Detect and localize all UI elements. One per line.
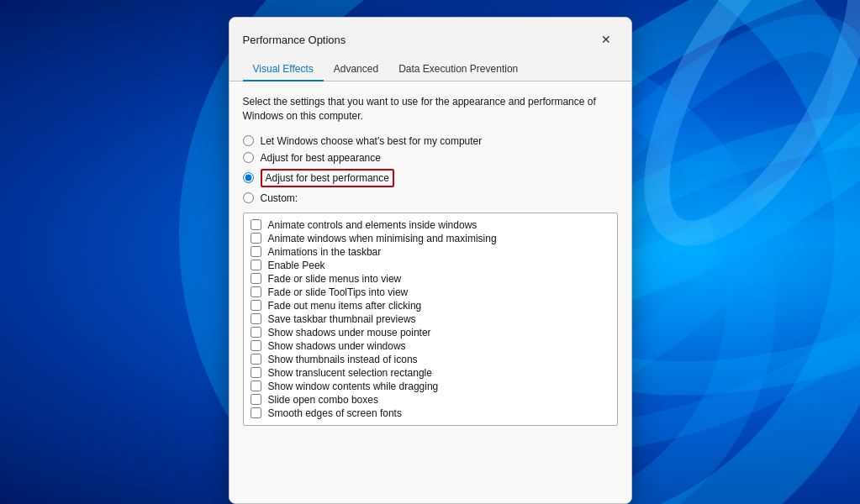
checkbox-cb10-input[interactable] bbox=[251, 340, 261, 351]
tab-advanced[interactable]: Advanced bbox=[324, 58, 388, 81]
checkbox-cb11-input[interactable] bbox=[251, 354, 261, 365]
radio-custom-label[interactable]: Custom: bbox=[261, 192, 298, 204]
dialog-tabs: Visual Effects Advanced Data Execution P… bbox=[230, 58, 631, 81]
checkbox-cb8-label[interactable]: Save taskbar thumbnail previews bbox=[268, 313, 416, 325]
checkbox-cb7-input[interactable] bbox=[251, 300, 261, 311]
radio-let-windows[interactable]: Let Windows choose what's best for my co… bbox=[243, 135, 618, 147]
checkbox-item[interactable]: Show shadows under windows bbox=[247, 339, 614, 353]
checkbox-cb8-input[interactable] bbox=[251, 313, 261, 324]
checkbox-cb2-label[interactable]: Animate windows when minimising and maxi… bbox=[268, 233, 497, 244]
checkbox-item[interactable]: Show translucent selection rectangle bbox=[247, 366, 614, 380]
checkbox-item[interactable]: Show window contents while dragging bbox=[247, 380, 614, 393]
close-button[interactable]: ✕ bbox=[594, 28, 618, 51]
checkbox-cb6-input[interactable] bbox=[251, 286, 261, 297]
description-text: Select the settings that you want to use… bbox=[243, 95, 618, 123]
dialog-title: Performance Options bbox=[243, 34, 346, 46]
radio-group: Let Windows choose what's best for my co… bbox=[243, 135, 618, 204]
checkbox-item[interactable]: Animate windows when minimising and maxi… bbox=[247, 232, 614, 245]
radio-best-appearance[interactable]: Adjust for best appearance bbox=[243, 152, 618, 164]
performance-options-dialog: Performance Options ✕ Visual Effects Adv… bbox=[229, 17, 632, 504]
checkbox-item[interactable]: Animate controls and elements inside win… bbox=[247, 218, 614, 232]
checkbox-cb12-input[interactable] bbox=[251, 367, 261, 378]
checkbox-cb5-label[interactable]: Fade or slide menus into view bbox=[268, 273, 402, 285]
radio-best-performance[interactable]: Adjust for best performance bbox=[243, 169, 618, 187]
checkbox-cb11-label[interactable]: Show thumbnails instead of icons bbox=[268, 354, 418, 365]
checkbox-cb6-label[interactable]: Fade or slide ToolTips into view bbox=[268, 286, 409, 298]
checkbox-cb1-input[interactable] bbox=[251, 219, 261, 230]
checkbox-item[interactable]: Fade or slide ToolTips into view bbox=[247, 286, 614, 299]
checkbox-cb15-label[interactable]: Smooth edges of screen fonts bbox=[268, 407, 402, 419]
checkbox-cb1-label[interactable]: Animate controls and elements inside win… bbox=[268, 219, 477, 231]
checkbox-cb13-label[interactable]: Show window contents while dragging bbox=[268, 381, 439, 392]
dialog-body: Select the settings that you want to use… bbox=[230, 81, 631, 503]
checkbox-cb3-label[interactable]: Animations in the taskbar bbox=[268, 246, 382, 258]
radio-custom-input[interactable] bbox=[243, 192, 254, 203]
checkbox-item[interactable]: Slide open combo boxes bbox=[247, 393, 614, 407]
radio-best-appearance-input[interactable] bbox=[243, 152, 254, 163]
radio-custom[interactable]: Custom: bbox=[243, 192, 618, 204]
checkbox-cb5-input[interactable] bbox=[251, 273, 261, 284]
checkbox-cb3-input[interactable] bbox=[251, 246, 261, 257]
dialog-overlay: Performance Options ✕ Visual Effects Adv… bbox=[0, 0, 860, 504]
checkbox-item[interactable]: Enable Peek bbox=[247, 259, 614, 272]
checkbox-cb13-input[interactable] bbox=[251, 381, 261, 391]
checkbox-item[interactable]: Smooth edges of screen fonts bbox=[247, 407, 614, 420]
checkbox-item[interactable]: Show shadows under mouse pointer bbox=[247, 326, 614, 339]
radio-best-performance-label[interactable]: Adjust for best performance bbox=[266, 172, 389, 184]
dialog-titlebar: Performance Options ✕ bbox=[230, 18, 631, 58]
radio-best-appearance-label[interactable]: Adjust for best appearance bbox=[261, 152, 381, 164]
radio-let-windows-label[interactable]: Let Windows choose what's best for my co… bbox=[261, 135, 483, 147]
checkbox-item[interactable]: Show thumbnails instead of icons bbox=[247, 353, 614, 366]
checkbox-cb7-label[interactable]: Fade out menu items after clicking bbox=[268, 300, 422, 312]
checkbox-cb9-input[interactable] bbox=[251, 327, 261, 338]
checkbox-cb2-input[interactable] bbox=[251, 233, 261, 244]
checkbox-item[interactable]: Fade or slide menus into view bbox=[247, 272, 614, 286]
tab-visual-effects[interactable]: Visual Effects bbox=[243, 58, 324, 81]
radio-best-performance-highlight: Adjust for best performance bbox=[261, 169, 394, 187]
checkbox-cb12-label[interactable]: Show translucent selection rectangle bbox=[268, 367, 432, 379]
checkbox-item[interactable]: Fade out menu items after clicking bbox=[247, 299, 614, 312]
checkbox-item[interactable]: Save taskbar thumbnail previews bbox=[247, 312, 614, 326]
radio-let-windows-input[interactable] bbox=[243, 135, 254, 146]
checkbox-cb14-label[interactable]: Slide open combo boxes bbox=[268, 394, 378, 406]
checkbox-cb15-input[interactable] bbox=[251, 407, 261, 418]
checkbox-cb9-label[interactable]: Show shadows under mouse pointer bbox=[268, 327, 431, 339]
checkbox-item[interactable]: Animations in the taskbar bbox=[247, 245, 614, 259]
radio-best-performance-input[interactable] bbox=[243, 172, 254, 183]
tab-dep[interactable]: Data Execution Prevention bbox=[388, 58, 528, 81]
checkbox-list: Animate controls and elements inside win… bbox=[243, 213, 618, 426]
checkbox-cb4-input[interactable] bbox=[251, 260, 261, 270]
checkbox-cb4-label[interactable]: Enable Peek bbox=[268, 260, 325, 271]
checkbox-cb10-label[interactable]: Show shadows under windows bbox=[268, 340, 406, 352]
checkbox-cb14-input[interactable] bbox=[251, 394, 261, 405]
